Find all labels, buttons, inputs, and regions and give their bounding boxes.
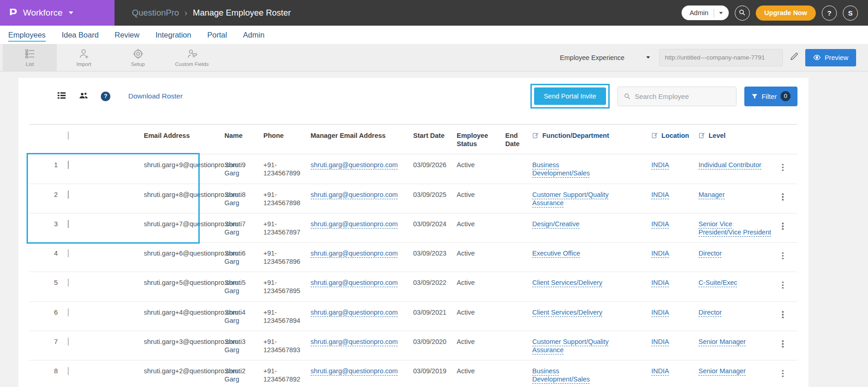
row-checkbox[interactable]: [68, 220, 69, 228]
location-link[interactable]: INDIA: [651, 250, 669, 257]
avatar[interactable]: S: [843, 5, 858, 21]
filter-button[interactable]: Filter 0: [744, 87, 797, 106]
list-icon: [24, 48, 36, 60]
row-checkbox[interactable]: [68, 191, 69, 199]
row-menu-button[interactable]: [778, 338, 787, 351]
function-department-link[interactable]: Executive Office: [532, 249, 580, 257]
location-link[interactable]: INDIA: [651, 220, 669, 228]
nav-tab-review[interactable]: Review: [115, 31, 139, 39]
experience-select[interactable]: Employee Experience: [557, 50, 653, 65]
level-link[interactable]: Manager: [699, 191, 725, 199]
breadcrumb-root-link[interactable]: QuestionPro: [132, 8, 179, 18]
list-view-button[interactable]: [57, 91, 66, 102]
portal-url-field[interactable]: http://untitled---company-name-7791: [659, 49, 783, 66]
edit-url-button[interactable]: [789, 52, 799, 63]
index-column-header: [29, 125, 64, 154]
cell-end-date: [505, 213, 532, 242]
org-view-button[interactable]: [79, 91, 88, 102]
cell-level: Individual Contributor: [699, 154, 778, 184]
tool-list[interactable]: List: [3, 44, 57, 71]
row-checkbox[interactable]: [68, 249, 69, 257]
cell-start-date: 03/09/2023: [413, 243, 457, 272]
cell-name: Shruti8 Garg: [224, 184, 263, 213]
download-roster-link[interactable]: Download Roster: [128, 92, 183, 100]
level-link[interactable]: Director: [699, 249, 722, 257]
function-department-link[interactable]: Design/Creative: [532, 220, 579, 228]
nav-tab-portal[interactable]: Portal: [207, 31, 227, 39]
help-button[interactable]: ?: [822, 5, 837, 21]
function-department-link[interactable]: Client Services/Delivery: [532, 308, 602, 316]
cell-email: shruti.garg+2@questionpro.com: [112, 360, 224, 387]
select-all-checkbox[interactable]: [68, 131, 69, 140]
roster-help-icon[interactable]: ?: [101, 92, 110, 101]
row-checkbox[interactable]: [68, 367, 69, 375]
row-checkbox[interactable]: [68, 161, 69, 169]
location-link[interactable]: INDIA: [651, 367, 669, 375]
location-link[interactable]: INDIA: [651, 191, 669, 198]
function-department-link[interactable]: Customer Support/Quality Assurance: [532, 191, 617, 207]
row-checkbox[interactable]: [68, 308, 69, 316]
location-link[interactable]: INDIA: [651, 309, 669, 316]
location-link[interactable]: INDIA: [651, 338, 669, 345]
function-department-link[interactable]: Business Development/Sales: [532, 161, 617, 177]
global-search-button[interactable]: [735, 5, 750, 21]
role-selector[interactable]: Admin: [682, 5, 728, 20]
cell-end-date: [505, 360, 532, 387]
row-menu-button[interactable]: [778, 308, 787, 322]
tool-import[interactable]: Import: [57, 44, 111, 71]
level-link[interactable]: Senior Vice President/Vice President: [699, 220, 774, 236]
cell-manager-email: shruti.garg@questionpro.com: [311, 243, 413, 272]
row-menu-button[interactable]: [778, 191, 787, 204]
cell-manager-email: shruti.garg@questionpro.com: [311, 184, 413, 213]
manager-email-link[interactable]: shruti.garg@questionpro.com: [311, 220, 398, 228]
divider: [714, 9, 714, 17]
cell-phone: +91-1234567898: [263, 184, 311, 213]
row-menu-button[interactable]: [778, 220, 787, 233]
manager-email-link[interactable]: shruti.garg@questionpro.com: [311, 367, 398, 375]
cell-name: Shruti9 Garg: [224, 154, 263, 184]
nav-tab-employees[interactable]: Employees: [8, 31, 46, 39]
level-link[interactable]: Individual Contributor: [699, 161, 761, 169]
row-checkbox[interactable]: [68, 338, 69, 346]
cell-level: Senior Vice President/Vice President: [699, 213, 778, 242]
manager-email-link[interactable]: shruti.garg@questionpro.com: [311, 250, 398, 257]
level-link[interactable]: Director: [699, 308, 722, 316]
send-portal-invite-button[interactable]: Send Portal Invite: [534, 87, 606, 105]
column-header-level[interactable]: Level: [699, 125, 778, 154]
function-department-link[interactable]: Customer Support/Quality Assurance: [532, 338, 617, 354]
level-link[interactable]: C-Suite/Exec: [699, 278, 737, 287]
location-link[interactable]: INDIA: [651, 279, 669, 286]
column-header-function-department[interactable]: Function/Department: [532, 125, 651, 154]
manager-email-link[interactable]: shruti.garg@questionpro.com: [311, 191, 398, 198]
tool-setup[interactable]: Setup: [111, 44, 165, 71]
location-link[interactable]: INDIA: [651, 161, 669, 169]
row-menu-button[interactable]: [778, 278, 787, 292]
nav-tab-admin[interactable]: Admin: [243, 31, 265, 39]
nav-tab-idea-board[interactable]: Idea Board: [62, 31, 99, 39]
cell-start-date: 03/09/2025: [413, 184, 457, 213]
row-checkbox[interactable]: [68, 278, 69, 287]
upgrade-now-button[interactable]: Upgrade Now: [756, 5, 816, 21]
manager-email-link[interactable]: shruti.garg@questionpro.com: [311, 161, 398, 169]
cell-employee-status: Active: [457, 184, 505, 213]
function-department-link[interactable]: Client Services/Delivery: [532, 278, 602, 287]
row-menu-button[interactable]: [778, 161, 787, 174]
preview-button[interactable]: Preview: [805, 49, 856, 66]
employee-search-input[interactable]: [635, 93, 731, 100]
manager-email-link[interactable]: shruti.garg@questionpro.com: [311, 338, 398, 345]
nav-tab-integration[interactable]: Integration: [155, 31, 191, 39]
column-header-location[interactable]: Location: [651, 125, 699, 154]
function-department-link[interactable]: Business Development/Sales: [532, 367, 617, 383]
cell-row-actions: [778, 184, 797, 213]
workforce-product-menu[interactable]: P Workforce: [0, 0, 115, 26]
level-link[interactable]: Senior Manager: [699, 338, 746, 346]
row-menu-button[interactable]: [778, 249, 787, 262]
column-header-label: Location: [661, 132, 689, 139]
row-menu-button[interactable]: [778, 367, 787, 380]
column-header-label: Phone: [263, 132, 284, 139]
level-link[interactable]: Senior Manager: [699, 367, 746, 375]
manager-email-link[interactable]: shruti.garg@questionpro.com: [311, 309, 398, 316]
tool-custom-fields[interactable]: Custom Fields: [165, 44, 219, 71]
column-header-employee-status: Employee Status: [457, 125, 505, 154]
manager-email-link[interactable]: shruti.garg@questionpro.com: [311, 279, 398, 286]
